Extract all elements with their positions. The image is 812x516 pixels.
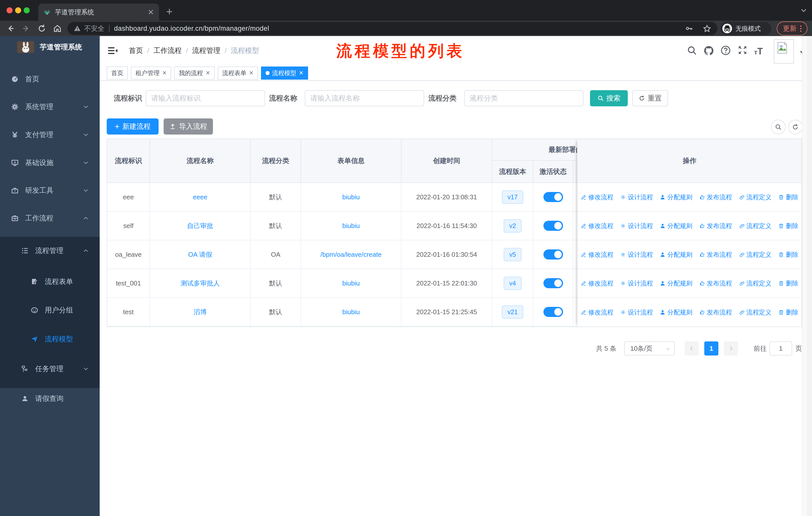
active-toggle[interactable]	[544, 249, 563, 260]
browser-menu-dots-icon[interactable]	[800, 25, 802, 32]
breadcrumb-process-mgmt[interactable]: 流程管理	[192, 46, 221, 55]
font-size-icon[interactable]: тT	[754, 46, 763, 57]
browser-update-button[interactable]: 更新	[777, 21, 808, 35]
version-badge[interactable]: v21	[502, 305, 523, 319]
sidebar-item-task-mgmt[interactable]: 任务管理	[0, 355, 100, 382]
action-edit[interactable]: 修改流程	[581, 279, 613, 288]
tag-close-icon[interactable]: ✕	[162, 70, 167, 76]
back-icon[interactable]	[6, 24, 15, 33]
table-search-toggle-button[interactable]	[771, 120, 786, 134]
new-tab-button[interactable]: +	[166, 6, 173, 17]
version-badge[interactable]: v17	[502, 190, 523, 204]
action-delete[interactable]: 删除	[778, 193, 799, 201]
tag-tenant[interactable]: 租户管理✕	[131, 66, 171, 80]
action-delete[interactable]: 删除	[778, 222, 799, 230]
form-link[interactable]: biubiu	[342, 222, 360, 230]
process-name-link[interactable]: 自己审批	[187, 221, 213, 230]
active-toggle[interactable]	[544, 192, 563, 202]
action-delete[interactable]: 删除	[778, 250, 799, 259]
form-link[interactable]: biubiu	[342, 308, 360, 316]
home-icon[interactable]	[53, 24, 62, 33]
sidebar-item-pay[interactable]: 支付管理	[0, 121, 100, 148]
search-icon[interactable]	[687, 45, 697, 56]
filter-name-input[interactable]	[305, 90, 424, 106]
sidebar-item-infra[interactable]: 基础设施	[0, 149, 100, 176]
action-definition[interactable]: 流程定义	[739, 250, 772, 259]
tab-close-icon[interactable]: ✕	[148, 8, 154, 17]
action-design[interactable]: 设计流程	[620, 193, 653, 201]
action-definition[interactable]: 流程定义	[739, 308, 772, 317]
tag-home[interactable]: 首页	[107, 66, 128, 80]
create-process-button[interactable]: + 新建流程	[107, 118, 158, 135]
reload-icon[interactable]	[37, 24, 46, 33]
action-design[interactable]: 设计流程	[620, 250, 653, 259]
action-edit[interactable]: 修改流程	[581, 193, 613, 201]
action-design[interactable]: 设计流程	[620, 279, 653, 288]
sidebar-item-workflow[interactable]: 工作流程	[0, 204, 100, 232]
traffic-minimize-button[interactable]	[15, 7, 21, 13]
traffic-zoom-button[interactable]	[24, 7, 30, 13]
fullscreen-icon[interactable]	[737, 45, 748, 55]
browser-tab[interactable]: 芋道管理系统 ✕	[38, 3, 159, 21]
current-page-button[interactable]: 1	[704, 342, 718, 355]
action-definition[interactable]: 流程定义	[739, 279, 772, 288]
version-badge[interactable]: v2	[504, 219, 521, 233]
password-key-icon[interactable]	[685, 24, 693, 32]
next-page-button[interactable]	[724, 342, 738, 355]
action-delete[interactable]: 删除	[778, 279, 799, 288]
sidebar-item-user-group[interactable]: 用户分组	[0, 296, 100, 324]
breadcrumb-home[interactable]: 首页	[129, 46, 143, 55]
tag-close-icon[interactable]: ✕	[299, 70, 303, 76]
sidebar-item-process-form[interactable]: 流程表单	[0, 268, 100, 295]
sidebar-item-leave-query[interactable]: 请假查询	[0, 385, 100, 412]
action-edit[interactable]: 修改流程	[581, 222, 613, 230]
action-publish[interactable]: 发布流程	[699, 222, 732, 230]
forward-icon[interactable]	[22, 24, 31, 33]
action-definition[interactable]: 流程定义	[739, 222, 772, 230]
form-link[interactable]: biubiu	[342, 193, 360, 201]
action-assign[interactable]: 分配规则	[660, 222, 692, 230]
address-bar[interactable]: 不安全 dashboard.yudao.iocoder.cn/bpm/manag…	[67, 22, 717, 35]
tag-process-model[interactable]: 流程模型✕	[261, 66, 308, 80]
page-size-select[interactable]: 10条/页	[624, 342, 674, 355]
action-assign[interactable]: 分配规则	[660, 193, 692, 201]
filter-category-select[interactable]: 流程分类	[464, 90, 583, 106]
bookmark-star-icon[interactable]	[703, 24, 711, 33]
action-design[interactable]: 设计流程	[620, 222, 653, 230]
help-icon[interactable]	[720, 45, 731, 56]
sidebar-item-process-mgmt[interactable]: 流程管理	[0, 237, 100, 264]
action-design[interactable]: 设计流程	[620, 308, 653, 317]
sidebar-item-process-model[interactable]: 流程模型	[0, 325, 100, 353]
version-badge[interactable]: v5	[504, 248, 521, 261]
tag-close-icon[interactable]: ✕	[249, 70, 254, 76]
breadcrumb-workflow[interactable]: 工作流程	[153, 46, 182, 55]
sidebar-item-system[interactable]: 系统管理	[0, 93, 100, 120]
action-assign[interactable]: 分配规则	[660, 250, 692, 259]
process-name-link[interactable]: 测试多审批人	[180, 279, 220, 288]
import-process-button[interactable]: 导入流程	[164, 118, 213, 135]
action-publish[interactable]: 发布流程	[699, 279, 732, 288]
tag-close-icon[interactable]: ✕	[205, 70, 210, 76]
action-publish[interactable]: 发布流程	[699, 308, 732, 317]
form-link[interactable]: biubiu	[342, 279, 360, 287]
tag-my-process[interactable]: 我的流程✕	[174, 66, 214, 80]
version-badge[interactable]: v4	[504, 277, 521, 290]
search-button[interactable]: 搜索	[590, 90, 628, 106]
process-name-link[interactable]: 滔博	[194, 308, 207, 317]
action-publish[interactable]: 发布流程	[699, 193, 732, 201]
action-definition[interactable]: 流程定义	[739, 193, 772, 201]
action-assign[interactable]: 分配规则	[660, 279, 692, 288]
reset-button[interactable]: 重置	[632, 90, 668, 106]
table-refresh-button[interactable]	[788, 120, 803, 134]
prev-page-button[interactable]	[685, 342, 699, 355]
action-assign[interactable]: 分配规则	[660, 308, 692, 317]
tab-search-chevron-icon[interactable]	[800, 7, 808, 13]
action-edit[interactable]: 修改流程	[581, 250, 613, 259]
tag-process-form[interactable]: 流程表单✕	[218, 66, 258, 80]
form-link[interactable]: /bpm/oa/leave/create	[320, 251, 382, 259]
action-publish[interactable]: 发布流程	[699, 250, 732, 259]
process-name-link[interactable]: OA 请假	[188, 250, 212, 259]
traffic-close-button[interactable]	[6, 7, 12, 13]
avatar[interactable]	[774, 39, 794, 63]
filter-key-input[interactable]	[146, 90, 265, 106]
